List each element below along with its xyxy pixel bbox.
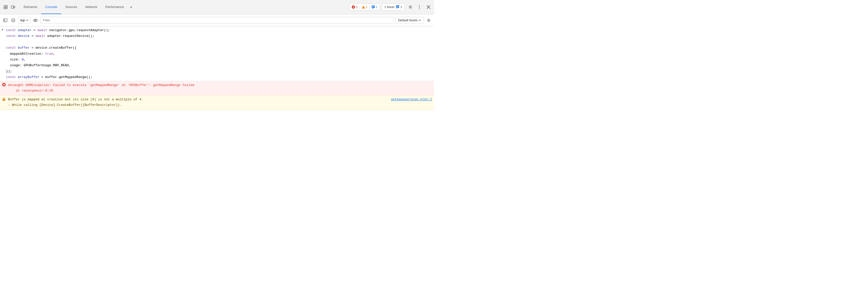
error-warning-badges[interactable]: ✕ 1 | ! 1 | 1	[349, 3, 379, 10]
settings-icon[interactable]	[407, 3, 414, 10]
context-selector[interactable]: top	[18, 17, 31, 24]
code-line-blank	[6, 39, 432, 45]
devtools-icons	[2, 3, 17, 10]
svg-text:!: !	[363, 6, 364, 9]
warning-entry: ! Buffer is mapped at creation but its s…	[0, 95, 434, 110]
svg-rect-13	[372, 7, 374, 7]
code-line-8: const arrayBuffer = buffer.getMappedRang…	[6, 74, 432, 80]
error-entry: Uncaught DOMException: Failed to execute…	[0, 81, 434, 95]
code-line-3: const buffer = device.createBuffer({	[6, 45, 432, 50]
tab-bar: Elements Console Sources Network Perform…	[20, 0, 134, 14]
error-line-2: at <anonymous>:9:28	[8, 88, 432, 94]
svg-rect-1	[6, 5, 7, 7]
device-toolbar-icon[interactable]	[9, 3, 17, 10]
warning-triangle-icon: !	[362, 5, 365, 9]
code-block: const adapter = await navigator.gpu.requ…	[6, 27, 432, 80]
warning-text: Buffer is mapped at creation but its siz…	[8, 97, 432, 108]
console-settings-icon[interactable]	[426, 17, 432, 24]
inspect-element-icon[interactable]	[2, 3, 9, 10]
console-code-entry: ▶ const adapter = await navigator.gpu.re…	[0, 26, 434, 81]
svg-rect-14	[396, 5, 399, 8]
tab-elements[interactable]: Elements	[20, 0, 41, 14]
warning-icon: !	[2, 97, 6, 103]
code-line-2: const device = await adapter.requestDevi…	[6, 33, 432, 39]
clear-console-icon[interactable]	[10, 17, 17, 24]
error-badge: ✕ 1	[352, 5, 358, 9]
svg-rect-4	[11, 6, 13, 8]
toolbar-right: ✕ 1 | ! 1 | 1	[349, 3, 432, 10]
svg-rect-12	[372, 6, 374, 7]
svg-point-21	[419, 8, 420, 9]
console-output: ▶ const adapter = await navigator.gpu.re…	[0, 26, 434, 152]
svg-rect-5	[14, 6, 15, 8]
code-line-6: usage: GPUBufferUsage.MAP_READ,	[6, 63, 432, 68]
levels-chevron-icon	[419, 20, 421, 21]
svg-rect-0	[4, 5, 5, 7]
devtools-toolbar: Elements Console Sources Network Perform…	[0, 0, 434, 14]
expand-arrow[interactable]: ▶	[2, 28, 3, 32]
eye-icon[interactable]	[32, 17, 39, 24]
error-icon	[2, 83, 6, 88]
svg-rect-22	[3, 19, 7, 22]
svg-rect-2	[4, 7, 5, 9]
svg-point-18	[410, 6, 411, 8]
code-line-5: size: 6,	[6, 57, 432, 63]
svg-point-24	[35, 20, 36, 21]
svg-rect-15	[397, 8, 398, 8]
warning-line-2: - While calling [Device].CreateBuffer([B…	[8, 102, 432, 108]
svg-rect-10	[372, 5, 375, 8]
info-badge: 1	[371, 5, 377, 9]
issues-button[interactable]: 1 Issue: 1	[381, 3, 405, 10]
svg-text:!: !	[3, 98, 4, 101]
svg-point-20	[419, 7, 420, 7]
issues-chat-icon	[396, 5, 399, 9]
svg-rect-11	[372, 8, 373, 9]
warning-badge: ! 1	[362, 5, 368, 9]
error-line-1: Uncaught DOMException: Failed to execute…	[8, 82, 432, 88]
tab-sources[interactable]: Sources	[61, 0, 82, 14]
tab-console[interactable]: Console	[41, 0, 61, 14]
more-options-icon[interactable]	[416, 3, 423, 10]
svg-rect-17	[397, 6, 398, 7]
filter-input[interactable]	[40, 17, 394, 24]
svg-point-19	[419, 5, 420, 6]
warning-link[interactable]: getmappedrange.html:1	[391, 97, 432, 102]
chevron-down-icon	[26, 20, 28, 21]
issues-icon	[396, 5, 399, 8]
code-line-1: const adapter = await navigator.gpu.requ…	[6, 27, 432, 33]
svg-point-25	[428, 20, 430, 21]
info-chat-icon	[371, 5, 375, 9]
log-levels-selector[interactable]: Default levels	[395, 17, 424, 24]
close-icon[interactable]	[425, 3, 432, 10]
error-circle-icon: ✕	[352, 5, 355, 9]
svg-rect-3	[6, 7, 7, 9]
svg-text:✕: ✕	[352, 6, 354, 8]
code-line-7: });	[6, 68, 432, 74]
sidebar-toggle-icon[interactable]	[2, 17, 8, 24]
tab-performance[interactable]: Performance	[101, 0, 128, 14]
more-tabs-button[interactable]: »	[128, 0, 134, 14]
tab-network[interactable]: Network	[82, 0, 101, 14]
warning-line-1: Buffer is mapped at creation but its siz…	[8, 97, 432, 102]
error-text: Uncaught DOMException: Failed to execute…	[8, 82, 432, 94]
svg-rect-16	[397, 6, 399, 6]
console-toolbar: top Default levels	[0, 14, 434, 26]
code-line-4: mappedAtCreation: true,	[6, 51, 432, 57]
